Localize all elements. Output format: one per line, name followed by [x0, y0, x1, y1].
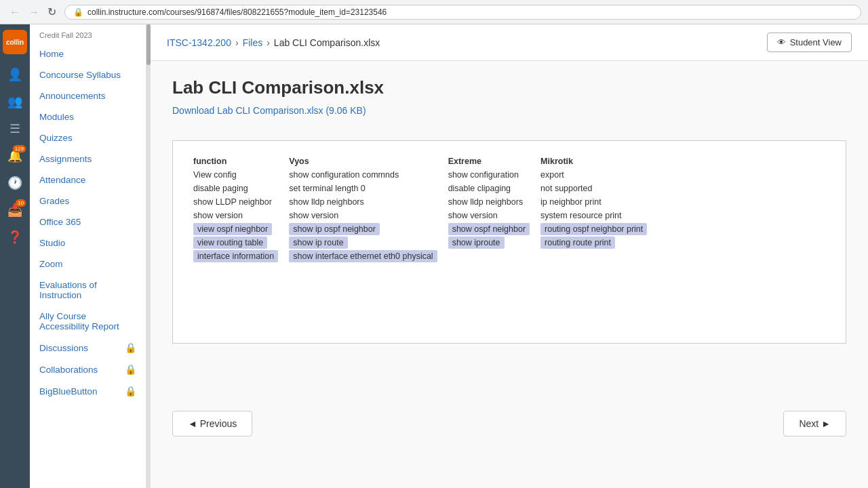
back-button[interactable]: ←: [7, 5, 23, 20]
url-text: collin.instructure.com/courses/916874/fi…: [87, 7, 387, 17]
admin-icon: 👥: [7, 94, 22, 109]
sidebar-scrollbar[interactable]: [146, 24, 151, 488]
global-nav-dashboard[interactable]: ☰: [3, 117, 27, 141]
inbox-badge: 10: [16, 199, 26, 207]
cell-function-2: show LLDP neighbor: [193, 195, 289, 209]
cell-vyos-5: show ip route: [289, 236, 448, 249]
cell-mikrotik-2: ip neighbor print: [540, 195, 658, 209]
file-title: Lab CLI Comparison.xlsx: [172, 77, 846, 98]
breadcrumb-current: Lab CLI Comparison.xlsx: [274, 37, 380, 48]
lock-icon: 🔒: [73, 7, 83, 17]
spreadsheet-preview: function Vyos Extreme Mikrotik View conf…: [172, 140, 846, 344]
sidebar-item-quizzes[interactable]: Quizzes: [30, 127, 146, 148]
breadcrumb-files[interactable]: Files: [243, 37, 263, 48]
cell-vyos-4: show ip ospf neighbor: [289, 222, 448, 236]
breadcrumb: ITSC-1342.200 › Files › Lab CLI Comparis…: [167, 37, 380, 48]
sidebar-item-modules[interactable]: Modules: [30, 106, 146, 127]
page-navigation: ◄ Previous Next ►: [151, 400, 868, 447]
breadcrumb-sep1: ›: [235, 37, 239, 48]
spreadsheet-table: function Vyos Extreme Mikrotik View conf…: [193, 155, 658, 263]
student-view-button[interactable]: 👁 Student View: [767, 33, 852, 52]
sidebar-item-attendance[interactable]: Attendance: [30, 169, 146, 190]
col-header-mikrotik: Mikrotik: [540, 155, 658, 168]
global-nav-calendar[interactable]: 🕐: [3, 171, 27, 195]
cell-extreme-1: disable clipaging: [448, 182, 540, 195]
cell-vyos-1: set terminal length 0: [289, 182, 448, 195]
global-nav-account[interactable]: 👤: [3, 62, 27, 87]
cell-mikrotik-3: system resource print: [540, 209, 658, 222]
cell-mikrotik-5: routing route print: [540, 236, 658, 249]
calendar-icon: 🕐: [7, 176, 22, 190]
col-header-vyos: Vyos: [289, 155, 448, 168]
sidebar-item-office365[interactable]: Office 365: [30, 211, 146, 232]
sidebar-item-zoom[interactable]: Zoom: [30, 253, 146, 274]
file-download-link[interactable]: Download Lab CLI Comparison.xlsx (9.06 K…: [172, 105, 366, 116]
cell-extreme-3: show version: [448, 209, 540, 222]
sidebar-item-discussions[interactable]: Discussions 🔒: [30, 337, 146, 359]
browser-navigation: ← → ↻: [7, 4, 59, 20]
courses-badge: 129: [13, 145, 26, 152]
cell-vyos-6: show interface ethernet eth0 physical: [289, 249, 448, 263]
sidebar-item-assignments[interactable]: Assignments: [30, 148, 146, 169]
cell-function-0: View config: [193, 168, 289, 182]
breadcrumb-course[interactable]: ITSC-1342.200: [167, 37, 231, 48]
reload-button[interactable]: ↻: [45, 4, 59, 20]
file-area: Lab CLI Comparison.xlsx Download Lab CLI…: [151, 61, 868, 400]
table-header-row: function Vyos Extreme Mikrotik: [193, 155, 658, 168]
table-row: show LLDP neighbor show lldp neighbors s…: [193, 195, 658, 209]
content-header: ITSC-1342.200 › Files › Lab CLI Comparis…: [151, 24, 868, 61]
cell-mikrotik-6: [540, 249, 658, 263]
sidebar-item-studio[interactable]: Studio: [30, 232, 146, 253]
cell-function-4: view ospf nieghbor: [193, 222, 289, 236]
global-nav-courses[interactable]: 🔔 129: [3, 144, 27, 168]
cell-extreme-0: show configuration: [448, 168, 540, 182]
sidebar-item-announcements[interactable]: Announcements: [30, 85, 146, 106]
course-term: Credit Fall 2023: [30, 24, 146, 43]
table-row: disable paging set terminal length 0 dis…: [193, 182, 658, 195]
table-row: interface information show interface eth…: [193, 249, 658, 263]
sidebar-item-syllabus[interactable]: Concourse Syllabus: [30, 64, 146, 85]
course-sidebar: Credit Fall 2023 Home Concourse Syllabus…: [30, 24, 146, 488]
scroll-thumb: [146, 24, 151, 65]
app-logo[interactable]: collin: [3, 30, 27, 54]
discussions-lock-icon: 🔒: [125, 342, 136, 353]
cell-vyos-0: show configuration commnds: [289, 168, 448, 182]
col-header-function: function: [193, 155, 289, 168]
global-nav-help[interactable]: ❓: [3, 225, 27, 249]
table-row: View config show configuration commnds s…: [193, 168, 658, 182]
previous-button[interactable]: ◄ Previous: [172, 411, 252, 436]
cell-extreme-2: show lldp neighbors: [448, 195, 540, 209]
student-view-icon: 👁: [777, 37, 786, 47]
global-nav-inbox[interactable]: 📥 10: [3, 198, 27, 222]
cell-extreme-5: show iproute: [448, 236, 540, 249]
account-icon: 👤: [7, 67, 22, 82]
global-nav-admin[interactable]: 👥: [3, 89, 27, 114]
forward-button[interactable]: →: [26, 5, 42, 20]
address-bar[interactable]: 🔒 collin.instructure.com/courses/916874/…: [64, 5, 861, 20]
cell-function-3: show version: [193, 209, 289, 222]
sidebar-item-grades[interactable]: Grades: [30, 190, 146, 211]
main-content: ITSC-1342.200 › Files › Lab CLI Comparis…: [151, 24, 868, 488]
cell-function-5: view routing table: [193, 236, 289, 249]
dashboard-icon: ☰: [9, 121, 20, 136]
sidebar-item-home[interactable]: Home: [30, 43, 146, 64]
breadcrumb-sep2: ›: [267, 37, 270, 48]
cell-mikrotik-0: export: [540, 168, 658, 182]
cell-extreme-4: show ospf neighbor: [448, 222, 540, 236]
table-row: view ospf nieghbor show ip ospf neighbor…: [193, 222, 658, 236]
table-row: show version show version show version s…: [193, 209, 658, 222]
global-nav: collin 👤 👥 ☰ 🔔 129 🕐 📥 10 ❓: [0, 24, 30, 488]
sidebar-item-bigbluebutton[interactable]: BigBlueButton 🔒: [30, 380, 146, 402]
sidebar-item-collaborations[interactable]: Collaborations 🔒: [30, 359, 146, 380]
col-header-extreme: Extreme: [448, 155, 540, 168]
sidebar-item-ally[interactable]: Ally Course Accessibility Report: [30, 306, 146, 337]
next-button[interactable]: Next ►: [783, 411, 846, 436]
cell-vyos-3: show version: [289, 209, 448, 222]
cell-vyos-2: show lldp neighbors: [289, 195, 448, 209]
cell-function-1: disable paging: [193, 182, 289, 195]
collaborations-lock-icon: 🔒: [125, 364, 136, 375]
bigbluebutton-lock-icon: 🔒: [125, 386, 136, 396]
sidebar-item-evaluations[interactable]: Evaluations of Instruction: [30, 274, 146, 306]
cell-extreme-6: [448, 249, 540, 263]
cell-mikrotik-4: routing ospf neighbor print: [540, 222, 658, 236]
